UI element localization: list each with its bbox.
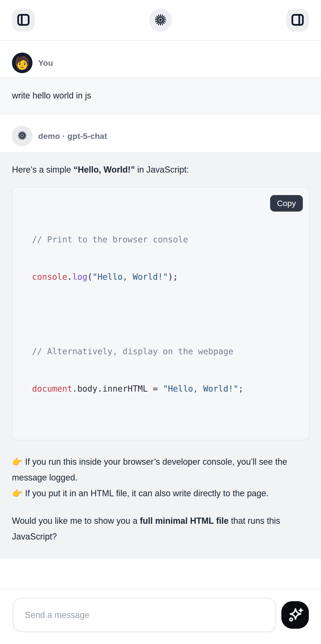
person-emoji-icon: 🧑 <box>14 57 30 69</box>
assistant-intro-text: Here’s a simple “Hello, World!” in JavaS… <box>12 162 310 177</box>
intro-bold: “Hello, World!” <box>73 165 135 174</box>
code-token: . <box>67 272 72 282</box>
copy-button[interactable]: Copy <box>270 195 303 212</box>
assistant-tip-1: 👉 If you run this inside your browser’s … <box>12 454 310 486</box>
intro-pre: Here’s a simple <box>12 165 73 174</box>
code-token: ; <box>238 384 243 394</box>
code-token: ); <box>168 272 178 282</box>
code-line: console.log("Hello, World!"); <box>32 270 300 283</box>
user-sender-label: You <box>38 58 53 68</box>
code-content: // Print to the browser console console.… <box>32 208 300 420</box>
message-input[interactable] <box>13 598 276 632</box>
assistant-message: Here’s a simple “Hello, World!” in JavaS… <box>0 152 321 558</box>
starburst-logo-icon <box>154 13 167 27</box>
panel-toggle-button[interactable] <box>286 8 309 32</box>
code-block: Copy // Print to the browser console con… <box>12 187 310 440</box>
intro-post: in JavaScript: <box>135 165 189 174</box>
code-token: "Hello, World!" <box>92 272 168 282</box>
chat-thread: 🧑 You write hello world in js <box>0 41 321 589</box>
panel-right-icon <box>291 14 304 26</box>
code-token: .body.innerHTML <box>72 384 148 394</box>
user-message: write hello world in js <box>0 77 321 114</box>
assistant-tip-2: 👉 If you put it in an HTML file, it can … <box>12 486 310 501</box>
code-blank-line <box>32 308 300 320</box>
code-comment-line: // Print to the browser console <box>32 233 300 246</box>
assistant-closing-text: Would you like me to show you a full min… <box>12 513 310 544</box>
app-logo-button[interactable] <box>149 8 172 32</box>
closing-bold: full minimal HTML file <box>140 516 229 526</box>
composer-bar <box>0 589 321 644</box>
closing-pre: Would you like me to show you a <box>12 516 140 526</box>
code-token: document <box>32 384 72 394</box>
sparkle-icon <box>287 607 303 623</box>
sidebar-toggle-button[interactable] <box>12 8 35 32</box>
panel-left-icon <box>17 14 30 26</box>
assistant-sender-label: demo · gpt-5-chat <box>38 132 107 141</box>
code-token: ( <box>87 272 92 282</box>
chat-empty-space <box>0 558 321 589</box>
code-comment-line: // Alternatively, display on the webpage <box>32 345 300 358</box>
assistant-avatar <box>12 126 32 146</box>
code-token: "Hello, World!" <box>163 384 238 394</box>
assistant-sender-row: demo · gpt-5-chat <box>0 114 321 152</box>
user-avatar: 🧑 <box>12 52 32 73</box>
user-message-text: write hello world in js <box>12 90 309 101</box>
code-line: document.body.innerHTML = "Hello, World!… <box>32 382 300 395</box>
starburst-icon <box>17 130 27 142</box>
top-bar <box>0 0 321 41</box>
code-token: = <box>148 384 163 394</box>
code-token: console <box>32 272 67 282</box>
code-token: log <box>72 272 87 282</box>
send-button[interactable] <box>281 601 309 629</box>
user-sender-row: 🧑 You <box>0 41 321 77</box>
